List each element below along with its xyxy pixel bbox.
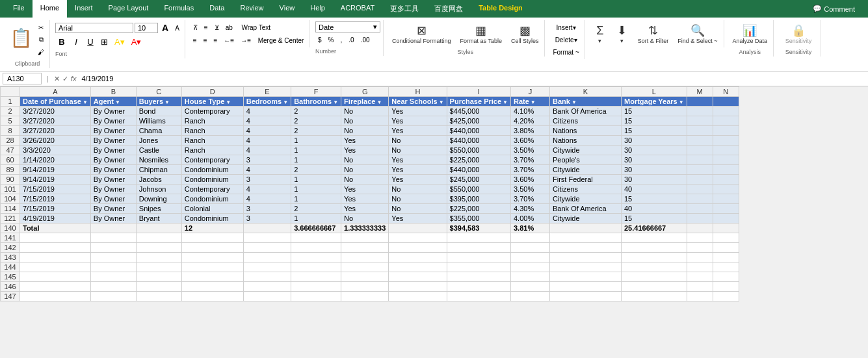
- total-cell[interactable]: $394,583: [447, 224, 510, 233]
- table-cell[interactable]: 4: [243, 107, 291, 116]
- table-cell[interactable]: [713, 155, 739, 165]
- empty-cell[interactable]: [447, 243, 510, 253]
- table-cell[interactable]: 1: [291, 214, 341, 224]
- table-cell[interactable]: Ranch: [181, 116, 243, 126]
- empty-cell[interactable]: [341, 292, 389, 301]
- header-cell[interactable]: [713, 97, 739, 107]
- header-cell[interactable]: [687, 97, 713, 107]
- align-center-button[interactable]: ≡: [201, 34, 210, 46]
- table-cell[interactable]: 3: [243, 175, 291, 185]
- tab-baidu-netdisk[interactable]: 百度网盘: [427, 0, 471, 18]
- empty-cell[interactable]: [622, 262, 687, 272]
- table-cell[interactable]: Yes: [341, 194, 389, 204]
- empty-cell[interactable]: [181, 272, 243, 282]
- empty-cell[interactable]: [447, 262, 510, 272]
- table-cell[interactable]: By Owner: [90, 126, 136, 136]
- font-color-button[interactable]: A▾: [129, 36, 144, 48]
- empty-cell[interactable]: [341, 282, 389, 292]
- orientation-button[interactable]: ab: [223, 21, 235, 33]
- align-middle-button[interactable]: ≡: [202, 21, 211, 33]
- analyze-data-button[interactable]: 📊 Analyze Data: [730, 21, 771, 46]
- table-cell[interactable]: First Federal: [550, 175, 622, 185]
- table-cell[interactable]: 3: [243, 214, 291, 224]
- empty-cell[interactable]: [550, 233, 622, 243]
- table-cell[interactable]: No: [389, 146, 447, 155]
- table-cell[interactable]: 4: [243, 136, 291, 146]
- empty-cell[interactable]: [291, 233, 341, 243]
- number-format-selector[interactable]: Date▾: [315, 21, 380, 32]
- tab-review[interactable]: Review: [232, 0, 271, 18]
- header-cell[interactable]: Date of Purchase▼: [20, 97, 91, 107]
- empty-cell[interactable]: [136, 282, 181, 292]
- header-cell[interactable]: Bathrooms▼: [291, 97, 341, 107]
- empty-cell[interactable]: [622, 292, 687, 301]
- table-cell[interactable]: By Owner: [90, 165, 136, 175]
- empty-cell[interactable]: [713, 243, 739, 253]
- table-cell[interactable]: [713, 146, 739, 155]
- empty-cell[interactable]: [511, 233, 550, 243]
- sort-filter-button[interactable]: ⇅ Sort & Filter: [635, 21, 672, 46]
- empty-cell[interactable]: [90, 272, 136, 282]
- table-cell[interactable]: [687, 204, 713, 214]
- empty-cell[interactable]: [622, 243, 687, 253]
- table-cell[interactable]: 7/15/2019: [20, 204, 91, 214]
- table-cell[interactable]: $440,000: [447, 136, 510, 146]
- table-cell[interactable]: $550,000: [447, 146, 510, 155]
- table-cell[interactable]: Bond: [136, 107, 181, 116]
- table-cell[interactable]: 2: [291, 165, 341, 175]
- comma-format-button[interactable]: ,: [337, 34, 345, 45]
- table-cell[interactable]: 4.20%: [511, 116, 550, 126]
- table-cell[interactable]: 15: [622, 116, 687, 126]
- header-cell[interactable]: Rate▼: [511, 97, 550, 107]
- empty-cell[interactable]: [341, 272, 389, 282]
- empty-cell[interactable]: [447, 272, 510, 282]
- col-header-n[interactable]: N: [713, 87, 739, 97]
- empty-cell[interactable]: [243, 272, 291, 282]
- delete-button[interactable]: Delete ▾: [550, 34, 581, 45]
- table-cell[interactable]: [713, 214, 739, 224]
- table-cell[interactable]: [687, 165, 713, 175]
- empty-cell[interactable]: [687, 262, 713, 272]
- empty-cell[interactable]: [20, 233, 91, 243]
- empty-cell[interactable]: [687, 292, 713, 301]
- tab-insert[interactable]: Insert: [67, 0, 101, 18]
- tab-acrobat[interactable]: ACROBAT: [333, 0, 382, 18]
- empty-cell[interactable]: [20, 282, 91, 292]
- table-cell[interactable]: People's: [550, 155, 622, 165]
- empty-cell[interactable]: [243, 262, 291, 272]
- table-cell[interactable]: Bryant: [136, 214, 181, 224]
- cut-button[interactable]: ✂: [35, 21, 47, 33]
- sensitivity-button[interactable]: 🔒 Sensitivity: [779, 21, 818, 46]
- table-cell[interactable]: [687, 155, 713, 165]
- empty-cell[interactable]: [550, 292, 622, 301]
- tab-table-design[interactable]: Table Design: [471, 0, 531, 18]
- table-cell[interactable]: $355,000: [447, 214, 510, 224]
- formula-input[interactable]: 4/19/2019: [79, 73, 865, 84]
- empty-cell[interactable]: [389, 292, 447, 301]
- empty-cell[interactable]: [687, 233, 713, 243]
- empty-cell[interactable]: [511, 243, 550, 253]
- col-header-i[interactable]: I: [447, 87, 510, 97]
- table-cell[interactable]: By Owner: [90, 214, 136, 224]
- table-cell[interactable]: Ranch: [181, 136, 243, 146]
- table-cell[interactable]: [687, 194, 713, 204]
- col-header-h[interactable]: H: [389, 87, 447, 97]
- col-header-f[interactable]: F: [291, 87, 341, 97]
- table-cell[interactable]: 30: [622, 175, 687, 185]
- header-cell[interactable]: Bedrooms▼: [243, 97, 291, 107]
- total-cell[interactable]: [243, 224, 291, 233]
- empty-cell[interactable]: [389, 272, 447, 282]
- table-cell[interactable]: [713, 116, 739, 126]
- indent-increase-button[interactable]: →≡: [238, 34, 254, 46]
- table-cell[interactable]: Yes: [389, 126, 447, 136]
- dollar-format-button[interactable]: $: [315, 34, 324, 45]
- table-cell[interactable]: 3.60%: [511, 175, 550, 185]
- table-cell[interactable]: $395,000: [447, 194, 510, 204]
- table-cell[interactable]: $245,000: [447, 175, 510, 185]
- table-cell[interactable]: [687, 126, 713, 136]
- table-cell[interactable]: Condominium: [181, 165, 243, 175]
- confirm-formula-icon[interactable]: ✓: [62, 75, 68, 83]
- total-cell[interactable]: Total: [20, 224, 91, 233]
- table-cell[interactable]: $445,000: [447, 107, 510, 116]
- table-cell[interactable]: By Owner: [90, 185, 136, 194]
